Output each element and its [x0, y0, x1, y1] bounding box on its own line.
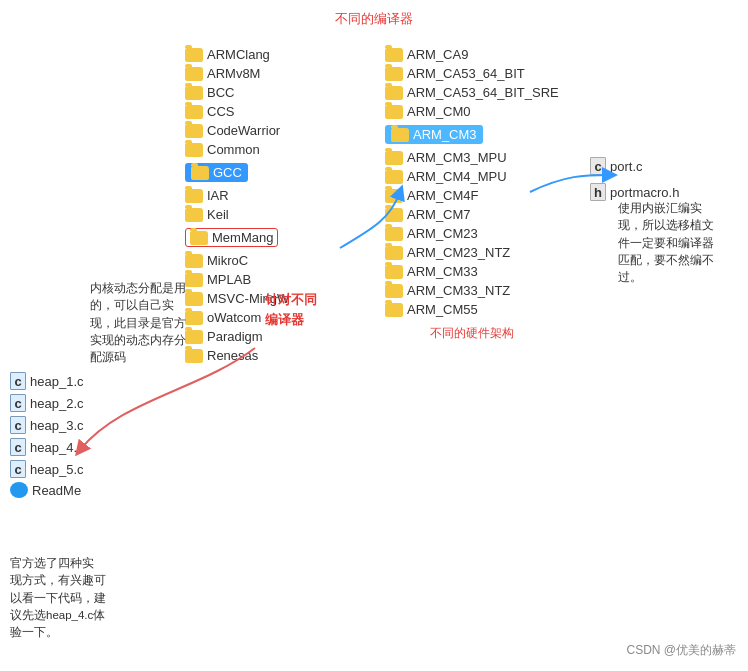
folder-arm-cm33: ARM_CM33	[385, 262, 559, 281]
memory-annotation: 内核动态分配是用的，可以自己实现，此目录是官方实现的动态内存分配源码	[90, 280, 220, 366]
readme-icon	[10, 482, 28, 498]
folder-icon	[185, 208, 203, 222]
folder-iar: IAR	[185, 186, 289, 205]
hardware-folders-col: ARM_CA9 ARM_CA53_64_BIT ARM_CA53_64_BIT_…	[385, 45, 559, 342]
folder-icon	[385, 48, 403, 62]
heap-files-col: c heap_1.c c heap_2.c c heap_3.c c heap_…	[10, 370, 84, 500]
folder-icon	[385, 86, 403, 100]
folder-arm-cm33-ntz: ARM_CM33_NTZ	[385, 281, 559, 300]
file-heap2: c heap_2.c	[10, 392, 84, 414]
folder-icon	[185, 143, 203, 157]
folder-codewarrior: CodeWarrior	[185, 121, 289, 140]
folder-arm-cm7: ARM_CM7	[385, 205, 559, 224]
compiler-annotation-label: 针对不同编译器	[265, 290, 317, 329]
folder-arm-cm23: ARM_CM23	[385, 224, 559, 243]
folder-icon	[385, 246, 403, 260]
folder-arm-cm4-mpu: ARM_CM4_MPU	[385, 167, 559, 186]
folder-common: Common	[185, 140, 289, 159]
folder-icon	[385, 189, 403, 203]
folder-arm-cm3-mpu: ARM_CM3_MPU	[385, 148, 559, 167]
c-file-icon: c	[10, 372, 26, 390]
file-portc: c port.c	[590, 155, 679, 177]
folder-arm-ca53-sre: ARM_CA53_64_BIT_SRE	[385, 83, 559, 102]
folder-arm-ca53: ARM_CA53_64_BIT	[385, 64, 559, 83]
folder-icon	[190, 231, 208, 245]
csdn-watermark: CSDN @优美的赫蒂	[626, 642, 736, 659]
folder-arm-cm3: ARM_CM3	[385, 123, 559, 146]
file-readme: ReadMe	[10, 480, 84, 500]
folder-icon	[185, 67, 203, 81]
asm-annotation: 使用内嵌汇编实现，所以选移植文件一定要和编译器匹配，要不然编不过。	[618, 200, 743, 286]
folder-memmang: MemMang	[185, 226, 289, 249]
folder-armclang: ARMClang	[185, 45, 289, 64]
folder-keil: Keil	[185, 205, 289, 224]
c-file-icon: c	[10, 438, 26, 456]
folder-icon	[385, 227, 403, 241]
folder-icon	[385, 67, 403, 81]
folder-icon	[385, 151, 403, 165]
folder-icon	[385, 303, 403, 317]
folder-icon	[185, 105, 203, 119]
folder-gcc: GCC	[185, 161, 289, 184]
heap-annotation: 官方选了四种实现方式，有兴趣可以看一下代码，建议先选heap_4.c体验一下。	[10, 555, 140, 641]
folder-icon	[385, 170, 403, 184]
folder-arm-ca9: ARM_CA9	[385, 45, 559, 64]
c-file-icon: c	[10, 460, 26, 478]
c-file-icon: c	[10, 416, 26, 434]
folder-bcc: BCC	[185, 83, 289, 102]
file-heap4: c heap_4.c	[10, 436, 84, 458]
hardware-title: 不同的硬件架构	[385, 325, 559, 342]
h-file-icon: h	[590, 183, 606, 201]
folder-icon	[185, 124, 203, 138]
folder-icon	[385, 105, 403, 119]
folder-arm-cm0: ARM_CM0	[385, 102, 559, 121]
file-heap1: c heap_1.c	[10, 370, 84, 392]
folder-icon	[185, 254, 203, 268]
compiler-title: 不同的编译器	[0, 10, 748, 28]
folder-icon	[391, 128, 409, 142]
files-col: c port.c h portmacro.h	[590, 155, 679, 203]
c-file-icon: c	[590, 157, 606, 175]
folder-icon	[385, 208, 403, 222]
folder-icon	[185, 48, 203, 62]
folder-icon	[185, 189, 203, 203]
folder-mikroc: MikroC	[185, 251, 289, 270]
file-heap5: c heap_5.c	[10, 458, 84, 480]
folder-icon	[385, 265, 403, 279]
folder-arm-cm55: ARM_CM55	[385, 300, 559, 319]
folder-icon	[191, 166, 209, 180]
c-file-icon: c	[10, 394, 26, 412]
folder-arm-cm23-ntz: ARM_CM23_NTZ	[385, 243, 559, 262]
folder-icon	[185, 86, 203, 100]
folder-armv8m: ARMv8M	[185, 64, 289, 83]
folder-arm-cm4f: ARM_CM4F	[385, 186, 559, 205]
folder-ccs: CCS	[185, 102, 289, 121]
folder-icon	[385, 284, 403, 298]
file-heap3: c heap_3.c	[10, 414, 84, 436]
